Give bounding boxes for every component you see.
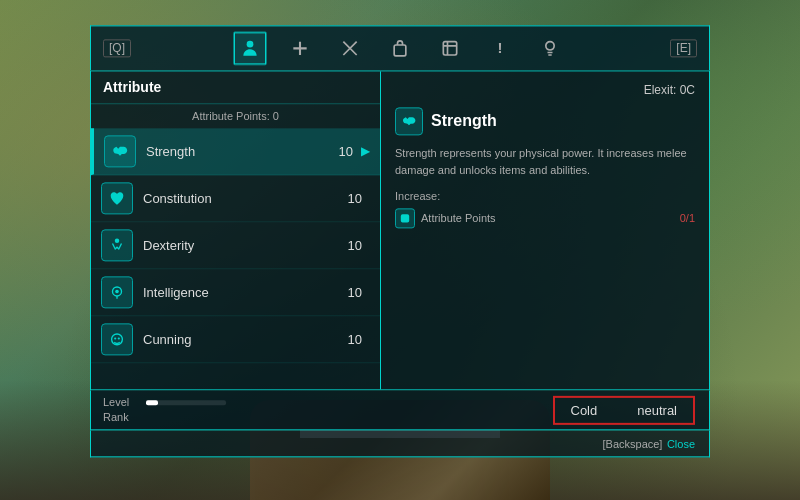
strength-arrow: ▶ bbox=[361, 144, 370, 158]
level-label: Level bbox=[103, 396, 138, 408]
dexterity-label: Dexterity bbox=[143, 238, 342, 253]
strength-label: Strength bbox=[146, 144, 333, 159]
nav-icon-person[interactable] bbox=[234, 32, 266, 64]
nav-key-left: [Q] bbox=[103, 39, 131, 57]
attr-item-intelligence[interactable]: Intelligence 10 bbox=[91, 269, 380, 316]
top-nav: [Q] ! [E] bbox=[90, 25, 710, 70]
attr-points-name: Attribute Points bbox=[421, 212, 496, 224]
attr-points-label: Attribute Points: 0 bbox=[91, 104, 380, 128]
nav-icon-sword[interactable] bbox=[334, 32, 366, 64]
main-container: [Q] ! [E] bbox=[90, 25, 710, 457]
nav-icon-bulb[interactable] bbox=[534, 32, 566, 64]
svg-rect-5 bbox=[394, 45, 406, 56]
detail-icon bbox=[395, 107, 423, 135]
svg-point-16 bbox=[114, 337, 116, 339]
close-bar: [Backspace] Close bbox=[90, 430, 710, 457]
nav-icon-bag[interactable] bbox=[384, 32, 416, 64]
cold-label: Cold bbox=[571, 402, 598, 417]
increase-label: Increase: bbox=[395, 190, 695, 202]
attr-item-strength[interactable]: Strength 10 ▶ bbox=[91, 128, 380, 175]
level-bar-bg bbox=[146, 400, 226, 405]
right-header: Elexit: 0C bbox=[395, 83, 695, 97]
cunning-icon bbox=[101, 323, 133, 355]
dexterity-value: 10 bbox=[342, 238, 362, 253]
left-panel: Attribute Attribute Points: 0 Strength 1… bbox=[91, 71, 381, 389]
intelligence-icon bbox=[101, 276, 133, 308]
svg-rect-18 bbox=[401, 214, 409, 222]
increase-item-attr-points: Attribute Points bbox=[395, 208, 496, 228]
nav-icon-exclaim[interactable]: ! bbox=[484, 32, 516, 64]
increase-row: Attribute Points 0/1 bbox=[395, 208, 695, 228]
nav-icon-cube[interactable] bbox=[434, 32, 466, 64]
elex-count: Elexit: 0C bbox=[644, 83, 695, 97]
nav-icons: ! bbox=[234, 32, 566, 64]
strength-icon bbox=[104, 135, 136, 167]
detail-description: Strength represents your physical power.… bbox=[395, 145, 695, 178]
nav-key-right: [E] bbox=[670, 39, 697, 57]
attr-list: Strength 10 ▶ Constitution 10 Dexterity bbox=[91, 128, 380, 363]
level-bar-fill bbox=[146, 400, 158, 405]
svg-text:!: ! bbox=[498, 39, 503, 56]
svg-point-11 bbox=[115, 239, 120, 244]
svg-point-17 bbox=[118, 337, 120, 339]
rank-label: Rank bbox=[103, 411, 138, 423]
constitution-icon bbox=[101, 182, 133, 214]
detail-title: Strength bbox=[431, 112, 497, 130]
close-button[interactable]: Close bbox=[667, 438, 695, 450]
backspace-key: [Backspace] bbox=[603, 438, 663, 450]
svg-point-0 bbox=[247, 41, 254, 48]
neutral-label: neutral bbox=[637, 402, 677, 417]
attr-item-constitution[interactable]: Constitution 10 bbox=[91, 175, 380, 222]
attr-item-cunning[interactable]: Cunning 10 bbox=[91, 316, 380, 363]
cunning-value: 10 bbox=[342, 332, 362, 347]
rank-row: Rank bbox=[103, 411, 303, 423]
svg-point-13 bbox=[115, 290, 119, 294]
main-panel: Attribute Attribute Points: 0 Strength 1… bbox=[90, 70, 710, 390]
level-row: Level bbox=[103, 396, 303, 408]
panel-title: Attribute bbox=[103, 79, 161, 95]
dexterity-icon bbox=[101, 229, 133, 261]
bottom-bar: Level Rank Cold neutral bbox=[90, 390, 710, 430]
panel-header: Attribute bbox=[91, 71, 380, 104]
constitution-value: 10 bbox=[342, 191, 362, 206]
constitution-label: Constitution bbox=[143, 191, 342, 206]
level-rank-section: Level Rank bbox=[103, 396, 303, 423]
cunning-label: Cunning bbox=[143, 332, 342, 347]
intelligence-value: 10 bbox=[342, 285, 362, 300]
detail-title-row: Strength bbox=[395, 107, 695, 135]
attr-points-value: 0/1 bbox=[680, 212, 695, 224]
svg-rect-6 bbox=[443, 42, 456, 55]
attr-item-dexterity[interactable]: Dexterity 10 bbox=[91, 222, 380, 269]
intelligence-label: Intelligence bbox=[143, 285, 342, 300]
nav-icon-plus[interactable] bbox=[284, 32, 316, 64]
cold-neutral-box: Cold neutral bbox=[553, 395, 696, 424]
attr-points-icon bbox=[395, 208, 415, 228]
svg-point-10 bbox=[546, 42, 554, 50]
right-panel: Elexit: 0C Strength Strength represents … bbox=[381, 71, 709, 389]
strength-value: 10 bbox=[333, 144, 353, 159]
